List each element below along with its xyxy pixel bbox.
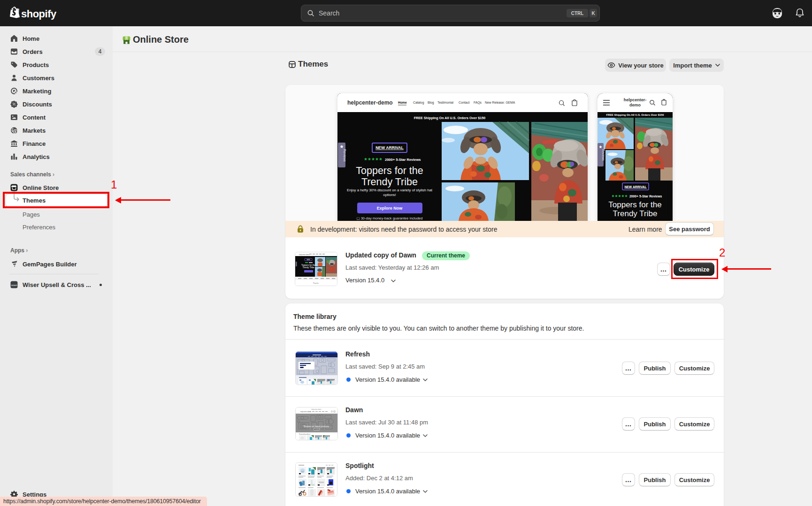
svg-text:NEW: NEW xyxy=(307,259,310,261)
svg-text:Reviews: Reviews xyxy=(602,149,605,161)
svg-text:helpcenter-demo: helpcenter-demo xyxy=(312,408,322,410)
svg-text:helpcenter-demo: helpcenter-demo xyxy=(347,99,393,106)
svg-text:helpcenter-demo: helpcenter-demo xyxy=(299,254,310,256)
svg-text:WISER: WISER xyxy=(11,284,17,287)
svg-text:FAQs: FAQs xyxy=(474,101,482,105)
svg-text:▢ 30-day money-back guarantee: ▢ 30-day money-back guarantee included xyxy=(357,216,423,220)
svg-text:Blog: Blog xyxy=(428,101,434,105)
svg-text:Contact: Contact xyxy=(459,101,470,104)
svg-text:Toppers for the: Toppers for the xyxy=(356,165,423,176)
svg-text:NEW ARRIVAL: NEW ARRIVAL xyxy=(375,145,404,150)
svg-text:FREE Shipping On All U.S. Orde: FREE Shipping On All U.S. Orders Over $1… xyxy=(414,116,486,120)
svg-text:Popular: Popular xyxy=(313,282,319,284)
svg-text:shopify: shopify xyxy=(21,8,57,20)
svg-text:Catalog: Catalog xyxy=(413,101,424,105)
svg-text:Testimonial: Testimonial xyxy=(437,101,453,104)
svg-text:Toppers for the: Toppers for the xyxy=(608,200,661,209)
svg-text:options!: options! xyxy=(383,193,396,197)
svg-text:2000+ 5-Star Reviews: 2000+ 5-Star Reviews xyxy=(629,195,662,198)
svg-text:Enjoy a hefty 30% discount on: Enjoy a hefty 30% discount on a variety … xyxy=(347,188,433,192)
svg-text:Home: Home xyxy=(398,101,407,104)
svg-text:2000+ 5-Star Reviews: 2000+ 5-Star Reviews xyxy=(385,158,421,162)
svg-text:Trendy Tribe: Trendy Tribe xyxy=(302,266,314,269)
svg-text:NEW ARRIVAL: NEW ARRIVAL xyxy=(624,185,646,189)
svg-text:New Release: GEMA: New Release: GEMA xyxy=(485,101,515,104)
svg-text:Reviews: Reviews xyxy=(343,149,346,162)
svg-text:demo: demo xyxy=(629,103,641,107)
svg-text:Explore Now: Explore Now xyxy=(377,206,403,211)
svg-text:Featured products: Featured products xyxy=(299,433,311,435)
svg-text:Browse our latest products: Browse our latest products xyxy=(304,425,329,428)
svg-text:Trendy Tribe: Trendy Tribe xyxy=(613,209,658,218)
svg-text:$: $ xyxy=(14,129,16,134)
svg-text:helpcenter-: helpcenter- xyxy=(624,98,647,102)
svg-text:FREE Shipping On All U.S. Orde: FREE Shipping On All U.S. Orders Over $1… xyxy=(606,113,664,116)
svg-text:Trendy Tribe: Trendy Tribe xyxy=(361,176,418,188)
